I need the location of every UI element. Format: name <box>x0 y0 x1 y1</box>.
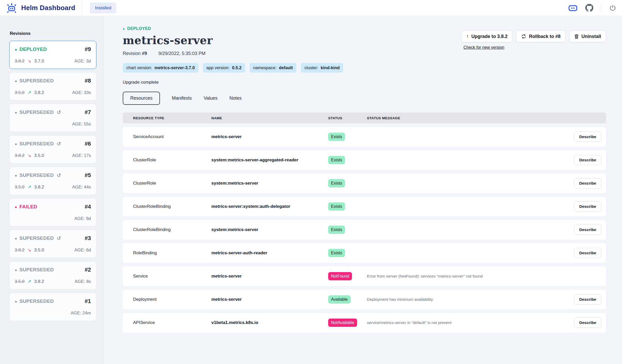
revision-card[interactable]: ● SUPERSEDED #8 3.5.0 ↗ 3.8.2 AGE: 33s <box>9 72 96 100</box>
table-row: ClusterRoleBinding metrics-server:system… <box>123 197 606 216</box>
status-message: Error from server (NotFound): services "… <box>367 274 568 279</box>
col-status: STATUS <box>328 116 367 120</box>
check-new-version-link[interactable]: Check for new version <box>463 45 504 50</box>
revision-age: AGE: 44s <box>72 185 91 190</box>
status-dot-icon: ● <box>15 205 17 209</box>
old-version: 3.8.2 <box>15 248 25 252</box>
revision-card[interactable]: ● SUPERSEDED ↺ #5 3.5.0 ↗ 3.8.2 AGE: 44s <box>9 167 96 195</box>
tab-notes[interactable]: Notes <box>229 92 242 104</box>
keyboard-shortcuts-icon[interactable] <box>568 4 578 12</box>
tab-values[interactable]: Values <box>204 92 218 104</box>
old-version: 3.8.2 <box>15 153 25 158</box>
reconfigure-icon: ↺ <box>57 235 61 241</box>
version-trend-icon: ↘ <box>28 59 31 64</box>
rollback-button[interactable]: Rollback to #8 <box>516 30 565 42</box>
release-tabs: Resources Manifests Values Notes <box>123 92 606 105</box>
describe-button[interactable]: Describe <box>574 132 601 142</box>
reconfigure-icon: ↺ <box>57 172 61 178</box>
revision-age: AGE: 8s <box>75 279 91 284</box>
revision-number: #6 <box>85 140 91 147</box>
status-dot-icon: ● <box>123 27 125 31</box>
revision-card[interactable]: ● SUPERSEDED #1 AGE: 24m <box>9 293 96 321</box>
brand-home-link[interactable]: Helm Dashboard <box>6 2 75 14</box>
status-chip: Exists <box>328 249 345 257</box>
revision-number: #2 <box>85 266 91 273</box>
helm-dashboard-app: Helm Dashboard Installed <box>0 0 622 364</box>
status-chip: NotFound <box>328 272 352 280</box>
version-change: 3.5.0 ↗ 3.8.2 <box>15 90 44 95</box>
describe-button[interactable]: Describe <box>574 225 601 235</box>
revision-number: #1 <box>85 298 91 305</box>
describe-button[interactable]: Describe <box>574 248 601 258</box>
revision-card[interactable]: ● FAILED #4 AGE: 9d <box>9 198 96 226</box>
revision-number: #9 <box>142 51 147 56</box>
table-row: Deployment metrics-server Available Depl… <box>123 290 606 309</box>
status-chip: Exists <box>328 133 345 141</box>
resource-name: metrics-server <box>211 274 328 279</box>
revision-number: #7 <box>85 109 91 116</box>
reconfigure-icon: ↺ <box>57 141 61 147</box>
resource-type: ClusterRole <box>133 181 211 186</box>
resource-type: RoleBinding <box>133 250 211 256</box>
status-chip: NotAvailable <box>328 319 357 327</box>
resource-name: system:metrics-server <box>211 181 328 186</box>
tab-resources[interactable]: Resources <box>123 92 160 105</box>
status-dot-icon: ● <box>15 236 17 241</box>
table-row: APIService v1beta1.metrics.k8s.io NotAva… <box>123 313 606 333</box>
revision-age: AGE: 24m <box>71 311 91 316</box>
revision-age: AGE: 6d <box>74 248 91 253</box>
revision-number: #4 <box>85 203 91 210</box>
revision-card[interactable]: ● SUPERSEDED #2 3.5.0 ↗ 3.8.2 AGE: 8s <box>9 261 96 289</box>
revision-status-label: ● SUPERSEDED <box>15 298 54 304</box>
revision-meta: Revision #9 9/29/2022, 5:35:03 PM <box>123 51 213 56</box>
tab-manifests[interactable]: Manifests <box>172 92 192 104</box>
status-dot-icon: ● <box>15 173 17 178</box>
table-row: ClusterRole system:metrics-server-aggreg… <box>123 150 606 170</box>
table-header-row: RESOURCE TYPE NAME STATUS STATUS MESSAGE <box>123 113 606 123</box>
release-info-badge: cluster: kind-kind <box>301 63 343 73</box>
nav-tab-installed[interactable]: Installed <box>90 3 116 13</box>
table-row: Service metrics-server NotFound Error fr… <box>123 266 606 286</box>
revision-card[interactable]: ● SUPERSEDED ↺ #6 3.8.2 ↘ 3.5.0 AGE: 17s <box>9 135 96 163</box>
table-row: ClusterRole system:metrics-server Exists… <box>123 173 606 193</box>
describe-button[interactable]: Describe <box>574 294 601 305</box>
describe-button[interactable]: Describe <box>574 155 601 165</box>
describe-button[interactable]: Describe <box>574 201 601 212</box>
table-body: ServiceAccount metrics-server Exists Des… <box>123 127 606 333</box>
new-version: 3.8.2 <box>34 185 44 189</box>
resource-type: ClusterRoleBinding <box>133 204 211 209</box>
col-status-message: STATUS MESSAGE <box>367 116 568 120</box>
status-message: service/metrics-server in "default" is n… <box>367 320 568 325</box>
version-change: 3.8.2 ↘ 3.5.0 <box>15 153 44 158</box>
status-message: Deployment has minimum availability. <box>367 297 568 302</box>
revision-card[interactable]: ● DEPLOYED #9 3.8.2 ↘ 3.7.0 AGE: 3d <box>9 41 96 69</box>
describe-button[interactable]: Describe <box>574 318 601 328</box>
upgrade-button[interactable]: ↑ Upgrade to 3.8.2 <box>461 30 512 42</box>
uninstall-button[interactable]: Uninstall <box>569 30 606 42</box>
revision-card[interactable]: ● SUPERSEDED ↺ #3 3.8.2 ↘ 3.5.0 AGE: 6d <box>9 230 96 258</box>
revision-card[interactable]: ● SUPERSEDED ↺ #7 AGE: 55s <box>9 104 96 132</box>
resource-name: system:metrics-server-aggregated-reader <box>211 157 328 163</box>
new-version: 3.5.0 <box>34 153 44 158</box>
revision-status-label: ● SUPERSEDED ↺ <box>15 172 61 178</box>
new-version: 3.5.0 <box>34 248 44 252</box>
revision-age: AGE: 9d <box>74 216 91 221</box>
release-status-badge: ● DEPLOYED <box>123 26 213 31</box>
status-dot-icon: ● <box>15 47 17 52</box>
revision-status-label: ● SUPERSEDED <box>15 78 54 84</box>
revisions-heading: Revisions <box>10 31 96 36</box>
old-version: 3.5.0 <box>15 185 25 189</box>
revision-age: AGE: 55s <box>72 122 91 127</box>
resource-name: metrics-server <box>211 134 328 139</box>
power-icon[interactable] <box>609 4 616 12</box>
old-version: 3.5.0 <box>15 90 25 95</box>
new-version: 3.7.0 <box>34 59 44 64</box>
describe-button[interactable]: Describe <box>574 178 601 188</box>
rollback-icon <box>521 34 526 39</box>
status-chip: Exists <box>328 226 345 234</box>
app-title: Helm Dashboard <box>21 4 75 12</box>
resource-name: v1beta1.metrics.k8s.io <box>211 320 328 325</box>
revision-status-label: ● SUPERSEDED <box>15 267 54 273</box>
github-icon[interactable] <box>585 4 593 12</box>
status-dot-icon: ● <box>15 79 17 83</box>
